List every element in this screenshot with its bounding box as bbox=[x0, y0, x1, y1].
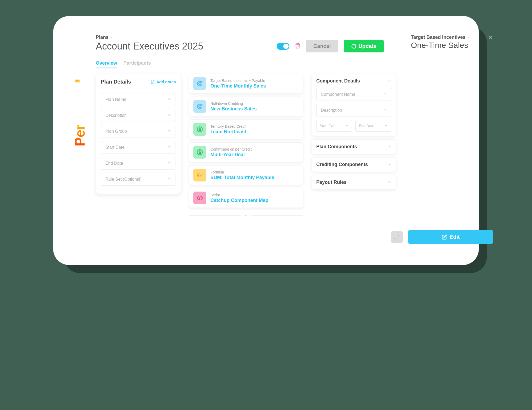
component-card[interactable]: ScriptCatchup Component Map bbox=[189, 188, 303, 208]
delete-button[interactable] bbox=[295, 43, 301, 50]
plan-components-toggle[interactable]: Plan Components bbox=[316, 144, 391, 150]
component-name: One-Time Monthly Sales bbox=[210, 83, 266, 89]
crediting-components-toggle[interactable]: Crediting Components bbox=[316, 162, 391, 167]
chevron-down-icon bbox=[168, 145, 171, 149]
target-icon bbox=[193, 77, 206, 90]
chevron-down-icon bbox=[383, 108, 387, 112]
component-card[interactable]: Target Based Incentive • PayableOne-Time… bbox=[189, 74, 303, 93]
divider bbox=[397, 21, 397, 52]
page-title: Account Executives 2025 bbox=[96, 41, 266, 52]
target-icon bbox=[193, 100, 206, 113]
chevron-right-icon bbox=[467, 36, 469, 39]
field-label: Plan Group bbox=[105, 129, 127, 134]
end-date-field[interactable]: End Date bbox=[355, 120, 391, 132]
chevron-down-icon bbox=[168, 177, 171, 181]
right-panel-title: One-Time Sales bbox=[411, 41, 493, 50]
chevron-down-icon bbox=[383, 92, 387, 96]
field-label: Start Date bbox=[105, 145, 124, 150]
close-button[interactable] bbox=[488, 35, 493, 41]
field-label: Description bbox=[105, 113, 127, 118]
component-details-section: Component Details Component Name Descrip… bbox=[311, 74, 396, 136]
chevron-down-icon bbox=[384, 123, 388, 127]
plan-details-card: Plan Details Add notes Plan NameDescript… bbox=[96, 74, 181, 194]
dollar-icon bbox=[193, 123, 206, 136]
chevron-down-icon bbox=[168, 97, 171, 101]
chevron-down-icon bbox=[168, 113, 171, 117]
edit-button[interactable]: Edit bbox=[408, 230, 493, 244]
fx-icon: f(x) bbox=[193, 169, 206, 181]
dollar-icon bbox=[193, 146, 206, 159]
add-notes-button[interactable]: Add notes bbox=[151, 80, 176, 84]
trash-icon bbox=[295, 43, 301, 49]
component-name: Multi-Year Deal bbox=[210, 152, 252, 158]
code-icon bbox=[193, 192, 206, 204]
component-name: Catchup Component Map bbox=[210, 198, 268, 203]
chevron-down-icon bbox=[388, 162, 391, 166]
plan-components-section: Plan Components bbox=[311, 139, 396, 154]
component-meta: Formula bbox=[210, 170, 274, 174]
component-meta: Territory Based Credit bbox=[210, 124, 246, 129]
component-card[interactable]: Commision on per CreditMulti-Year Deal bbox=[189, 142, 303, 162]
chevron-down-icon bbox=[168, 129, 171, 133]
svg-line-13 bbox=[199, 196, 200, 200]
plan-field[interactable]: Plan Name bbox=[101, 93, 176, 106]
active-toggle[interactable] bbox=[277, 43, 289, 50]
component-card[interactable]: Roll-down CreditingNew Business Sales bbox=[189, 97, 303, 116]
field-label: Rule Set (Optional) bbox=[105, 177, 142, 182]
chevron-down-icon bbox=[168, 161, 171, 165]
refresh-icon bbox=[351, 44, 356, 49]
plan-field[interactable]: Start Date bbox=[101, 141, 176, 154]
chevron-down-icon bbox=[388, 180, 391, 184]
cancel-button[interactable]: Cancel bbox=[306, 40, 338, 52]
toggle-knob bbox=[283, 44, 289, 49]
chevron-down-icon bbox=[345, 123, 349, 127]
field-label: Plan Name bbox=[105, 97, 126, 102]
tab-overview[interactable]: Overview bbox=[96, 60, 117, 68]
plan-details-heading: Plan Details bbox=[101, 79, 131, 85]
component-description-field[interactable]: Description bbox=[316, 104, 391, 117]
add-component-button[interactable] bbox=[189, 211, 303, 220]
component-name-field[interactable]: Component Name bbox=[316, 88, 391, 101]
svg-text:f(x): f(x) bbox=[197, 173, 202, 177]
component-card[interactable]: Territory Based CreditTeam Northeast bbox=[189, 119, 303, 139]
close-icon bbox=[488, 35, 493, 40]
component-card[interactable]: f(x)FormulaSUM: Total Monthly Payable bbox=[189, 165, 303, 185]
tabs: Overview Participants bbox=[96, 60, 493, 68]
start-date-field[interactable]: Start Date bbox=[316, 120, 352, 132]
component-name: Team Northeast bbox=[210, 129, 246, 135]
right-breadcrumb[interactable]: Target Based Incentives bbox=[411, 35, 493, 40]
note-icon bbox=[151, 80, 155, 84]
plan-field[interactable]: Rule Set (Optional) bbox=[101, 173, 176, 186]
component-meta: Roll-down Crediting bbox=[210, 101, 257, 106]
component-details-toggle[interactable]: Component Details bbox=[316, 78, 391, 84]
breadcrumb[interactable]: Plans bbox=[96, 35, 266, 40]
app-window: Performio® Plans Account Executives 2025 bbox=[53, 16, 479, 265]
component-name: SUM: Total Monthly Payable bbox=[210, 175, 274, 180]
chevron-down-icon bbox=[388, 79, 391, 82]
plan-field[interactable]: Plan Group bbox=[101, 125, 176, 138]
plus-icon bbox=[244, 213, 248, 217]
brand-logo: Performio® bbox=[72, 125, 88, 146]
component-meta: Script bbox=[210, 193, 268, 197]
payout-rules-toggle[interactable]: Payout Rules bbox=[316, 180, 391, 185]
tab-participants[interactable]: Participants bbox=[123, 60, 151, 68]
component-name: New Business Sales bbox=[210, 106, 257, 112]
chevron-right-icon bbox=[110, 36, 112, 39]
component-meta: Commision on per Credit bbox=[210, 147, 252, 151]
update-button[interactable]: Update bbox=[344, 40, 384, 52]
component-meta: Target Based Incentive • Payable bbox=[210, 78, 266, 83]
edit-icon bbox=[442, 234, 447, 240]
crediting-components-section: Crediting Components bbox=[311, 157, 396, 172]
payout-rules-section: Payout Rules bbox=[311, 175, 396, 190]
plan-field[interactable]: End Date bbox=[101, 157, 176, 170]
sidebar: Performio® bbox=[74, 35, 96, 244]
plan-field[interactable]: Description bbox=[101, 109, 176, 122]
field-label: End Date bbox=[105, 161, 123, 166]
expand-button[interactable] bbox=[391, 231, 403, 243]
expand-icon bbox=[394, 234, 400, 240]
chevron-down-icon bbox=[388, 144, 391, 148]
